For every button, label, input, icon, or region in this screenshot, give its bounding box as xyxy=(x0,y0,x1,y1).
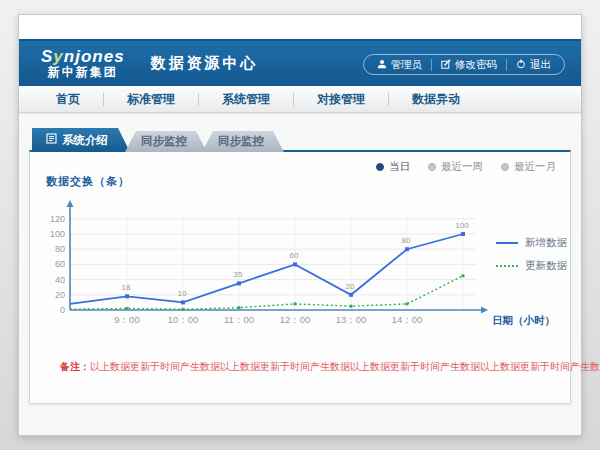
tab-label: 系统介绍 xyxy=(62,128,108,152)
tab-sync-monitor-1[interactable]: 同步监控 xyxy=(125,131,207,152)
footnote-label: 备注： xyxy=(60,361,90,372)
svg-text:120: 120 xyxy=(50,214,65,224)
edit-icon xyxy=(441,59,451,71)
nav-item-system-mgmt[interactable]: 系统管理 xyxy=(199,91,293,108)
chart-panel: 当日 最近一周 最近一月 数据交换（条） 0204060801001209：00… xyxy=(29,150,571,404)
svg-text:9：00: 9：00 xyxy=(114,314,139,325)
svg-text:100: 100 xyxy=(455,221,469,230)
nav-item-home[interactable]: 首页 xyxy=(33,91,103,108)
legend-item-new-data[interactable]: 新增数据 xyxy=(496,236,567,250)
svg-text:12：00: 12：00 xyxy=(280,314,311,325)
current-user-label: 管理员 xyxy=(391,58,423,72)
app-window: Synjones 新中新集团 数据资源中心 管理员 修改密码 xyxy=(18,14,582,436)
document-icon xyxy=(46,128,57,152)
content-area: 系统介绍 同步监控 同步监控 当日 最近一周 最近一月 数据交 xyxy=(19,113,581,404)
logo-text-cn: 新中新集团 xyxy=(41,66,125,79)
nav-item-data-change[interactable]: 数据异动 xyxy=(389,91,483,108)
range-radio-week[interactable]: 最近一周 xyxy=(428,160,483,174)
svg-text:35: 35 xyxy=(234,270,243,279)
y-axis-title: 数据交换（条） xyxy=(46,174,130,189)
svg-text:14：00: 14：00 xyxy=(392,314,423,325)
main-nav: 首页 标准管理 系统管理 对接管理 数据异动 xyxy=(19,86,581,113)
power-icon xyxy=(516,59,526,71)
chart-area: 0204060801001209：0010：0011：0012：0013：001… xyxy=(30,196,574,346)
radio-icon xyxy=(501,163,509,171)
svg-text:13：00: 13：00 xyxy=(336,314,367,325)
user-toolbar: 管理员 修改密码 退出 xyxy=(363,54,566,75)
range-radio-today[interactable]: 当日 xyxy=(376,160,410,174)
line-chart: 0204060801001209：0010：0011：0012：0013：001… xyxy=(30,196,574,346)
change-password-label: 修改密码 xyxy=(455,58,497,72)
legend-line-swatch xyxy=(496,265,518,267)
time-range-filter: 当日 最近一周 最近一月 xyxy=(376,160,556,174)
svg-text:40: 40 xyxy=(55,275,65,285)
range-radio-month[interactable]: 最近一月 xyxy=(501,160,556,174)
change-password-button[interactable]: 修改密码 xyxy=(432,58,506,72)
user-icon xyxy=(377,59,387,71)
legend-label: 更新数据 xyxy=(525,259,567,273)
tab-bar: 系统介绍 同步监控 同步监控 xyxy=(32,128,571,152)
nav-item-standard-mgmt[interactable]: 标准管理 xyxy=(104,91,198,108)
svg-text:10：00: 10：00 xyxy=(168,314,199,325)
app-header: Synjones 新中新集团 数据资源中心 管理员 修改密码 xyxy=(19,39,581,86)
company-logo[interactable]: Synjones 新中新集团 xyxy=(41,48,125,80)
svg-text:80: 80 xyxy=(55,244,65,254)
radio-label: 当日 xyxy=(389,160,410,174)
svg-text:11：00: 11：00 xyxy=(224,314,254,325)
legend-line-swatch xyxy=(496,242,518,244)
svg-text:18: 18 xyxy=(122,283,131,292)
svg-text:80: 80 xyxy=(402,236,411,245)
radio-icon xyxy=(428,163,436,171)
legend-item-updated-data[interactable]: 更新数据 xyxy=(496,259,567,273)
svg-text:20: 20 xyxy=(346,282,355,291)
radio-label: 最近一周 xyxy=(441,160,483,174)
svg-text:60: 60 xyxy=(55,259,65,269)
svg-text:20: 20 xyxy=(55,290,65,300)
footnote-text: 以上数据更新于时间产生数据以上数据更新于时间产生数据以上数据更新于时间产生数据以… xyxy=(90,361,600,372)
svg-text:0: 0 xyxy=(60,305,65,315)
tab-sync-monitor-2[interactable]: 同步监控 xyxy=(202,131,284,152)
svg-text:10: 10 xyxy=(178,289,187,298)
radio-icon xyxy=(376,163,384,171)
nav-item-interface-mgmt[interactable]: 对接管理 xyxy=(294,91,388,108)
page-title: 数据资源中心 xyxy=(151,54,259,73)
current-user-button[interactable]: 管理员 xyxy=(368,58,432,72)
radio-label: 最近一月 xyxy=(514,160,556,174)
svg-text:100: 100 xyxy=(50,229,65,239)
tab-system-intro[interactable]: 系统介绍 xyxy=(32,128,130,152)
svg-text:60: 60 xyxy=(290,251,299,260)
legend-label: 新增数据 xyxy=(525,236,567,250)
chart-legend: 新增数据 更新数据 xyxy=(496,236,567,282)
logout-button[interactable]: 退出 xyxy=(507,58,560,72)
logo-text-en: Synjones xyxy=(41,48,125,67)
svg-text:日期（小时）: 日期（小时） xyxy=(492,314,555,327)
logout-label: 退出 xyxy=(530,58,551,72)
browser-top-strip xyxy=(19,15,581,39)
footnote: 备注：以上数据更新于时间产生数据以上数据更新于时间产生数据以上数据更新于时间产生… xyxy=(60,360,600,374)
